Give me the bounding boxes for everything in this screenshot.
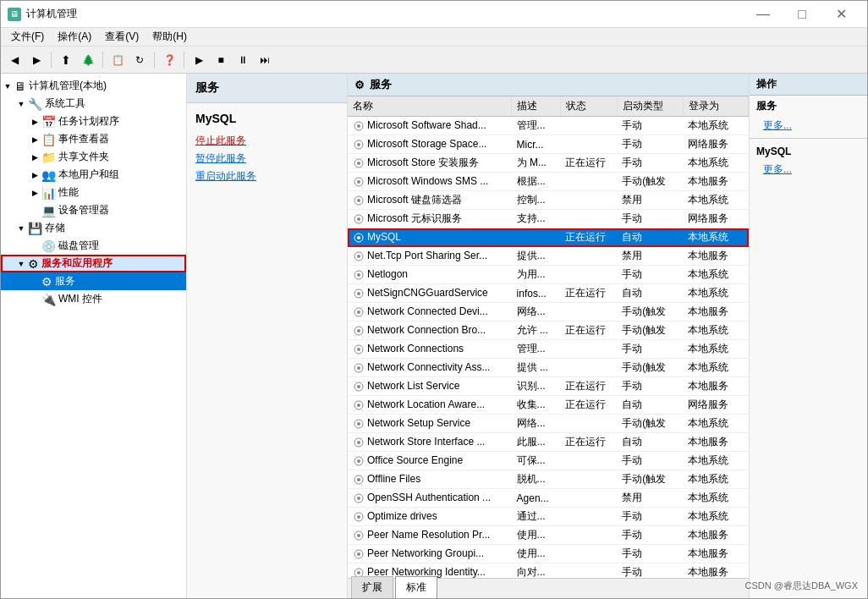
cell-service-name: OpenSSH Authentication ... xyxy=(348,489,512,508)
cell-service-desc: 为 M... xyxy=(512,154,561,173)
stop-service-link[interactable]: 停止此服务 xyxy=(195,134,338,148)
table-row[interactable]: Network Connection Bro...允许 ...正在运行手动(触发… xyxy=(348,321,749,340)
table-row[interactable]: Network Connected Devi...网络...手动(触发本地服务 xyxy=(348,303,749,321)
service-row-icon xyxy=(353,306,365,318)
table-row[interactable]: Microsoft Software Shad...管理...手动本地系统 xyxy=(348,117,749,135)
table-row[interactable]: Microsoft Storage Space...Micr...手动网络服务 xyxy=(348,135,749,154)
menu-help[interactable]: 帮助(H) xyxy=(146,28,194,46)
svg-point-47 xyxy=(357,552,360,556)
table-row[interactable]: Peer Networking Groupi...使用...手动本地服务 xyxy=(348,545,749,563)
table-row[interactable]: Net.Tcp Port Sharing Ser...提供...禁用本地服务 xyxy=(348,247,749,266)
tree-item-localusers[interactable]: ▶ 👥 本地用户和组 xyxy=(1,166,186,184)
watermark: CSDN @睿思达DBA_WGX xyxy=(745,580,858,592)
services-icon: ⚙ xyxy=(41,275,52,289)
table-row[interactable]: Microsoft Store 安装服务为 M...正在运行手动本地系统 xyxy=(348,154,749,173)
svg-point-39 xyxy=(357,478,360,481)
refresh-button[interactable]: ↻ xyxy=(129,50,150,70)
col-startup[interactable]: 启动类型 xyxy=(617,96,683,117)
svg-point-15 xyxy=(357,255,360,258)
show-tree-button[interactable]: 🌲 xyxy=(78,50,98,70)
svg-point-27 xyxy=(357,366,360,370)
tree-item-scheduler[interactable]: ▶ 📅 任务计划程序 xyxy=(1,113,186,130)
forward-button[interactable]: ▶ xyxy=(26,50,47,70)
svg-point-49 xyxy=(357,571,360,574)
table-row[interactable]: Optimize drives通过...手动本地系统 xyxy=(348,508,749,526)
close-button[interactable]: ✕ xyxy=(821,1,860,28)
cell-service-login: 本地系统 xyxy=(683,452,748,470)
table-row[interactable]: NetSignCNGGuardServiceinfos...正在运行自动本地系统 xyxy=(348,284,749,303)
menu-view[interactable]: 查看(V) xyxy=(98,28,146,46)
middle-panel-header: 服务 xyxy=(187,74,347,103)
tab-extend[interactable]: 扩展 xyxy=(351,576,393,598)
tree-label-services-app: 服务和应用程序 xyxy=(41,256,113,271)
table-row[interactable]: OpenSSH Authentication ...Agen...禁用本地系统 xyxy=(348,489,749,508)
tree-item-devmgr[interactable]: 💻 设备管理器 xyxy=(1,201,186,219)
cell-service-name: Network Location Aware... xyxy=(348,396,512,415)
table-row[interactable]: Network Store Interface ...此服...正在运行自动本地… xyxy=(348,433,749,452)
table-row[interactable]: Network List Service识别...正在运行手动本地服务 xyxy=(348,377,749,396)
table-row[interactable]: Microsoft Windows SMS ...根据...手动(触发本地服务 xyxy=(348,173,749,191)
back-button[interactable]: ◀ xyxy=(4,50,25,70)
tree-toggle-localusers: ▶ xyxy=(28,171,41,179)
table-row[interactable]: Peer Name Resolution Pr...使用...手动本地服务 xyxy=(348,526,749,545)
table-row[interactable]: Network Connectivity Ass...提供 ...手动(触发本地… xyxy=(348,359,749,377)
view-button[interactable]: 📋 xyxy=(107,50,128,70)
col-name[interactable]: 名称 xyxy=(348,96,512,117)
play-button[interactable]: ▶ xyxy=(189,50,209,70)
menu-file[interactable]: 文件(F) xyxy=(4,28,51,46)
cell-service-startup: 手动 xyxy=(617,563,683,579)
tree-label-scheduler: 任务计划程序 xyxy=(58,114,119,129)
ops-services-more[interactable]: 更多... xyxy=(750,117,867,135)
cell-service-name: Network Setup Service xyxy=(348,415,512,433)
table-row[interactable]: Network Setup Service网络...手动(触发本地系统 xyxy=(348,415,749,433)
services-area[interactable]: 名称 描述 状态 启动类型 登录为 Microsoft Software Sha… xyxy=(348,96,749,578)
col-status[interactable]: 状态 xyxy=(560,96,617,117)
mysql-service-name: MySQL xyxy=(187,103,347,130)
stop-button[interactable]: ■ xyxy=(211,50,231,70)
pause-service-link[interactable]: 暂停此服务 xyxy=(195,151,338,166)
tree-item-system[interactable]: ▼ 🔧 系统工具 xyxy=(1,95,186,113)
tree-item-services[interactable]: ⚙ 服务 xyxy=(1,272,186,290)
table-row[interactable]: Microsoft 键盘筛选器控制...禁用本地系统 xyxy=(348,191,749,210)
ops-divider-1 xyxy=(750,138,867,139)
toolbar-separator-2 xyxy=(102,52,103,69)
cell-service-status xyxy=(560,173,617,191)
col-desc[interactable]: 描述 xyxy=(512,96,561,117)
tree-item-eventviewer[interactable]: ▶ 📋 事件查看器 xyxy=(1,130,186,148)
tree-item-root[interactable]: ▼ 🖥 计算机管理(本地) xyxy=(1,77,186,95)
tab-standard[interactable]: 标准 xyxy=(395,576,437,598)
maximize-button[interactable]: □ xyxy=(783,1,821,28)
cell-service-name: Microsoft Store 安装服务 xyxy=(348,154,512,173)
cell-service-startup: 手动 xyxy=(617,154,683,173)
tree-item-wmi[interactable]: 🔌 WMI 控件 xyxy=(1,290,186,308)
up-button[interactable]: ⬆ xyxy=(56,50,76,70)
tree-item-diskmgr[interactable]: 💿 磁盘管理 xyxy=(1,237,186,255)
table-row[interactable]: Microsoft 元标识服务支持...手动网络服务 xyxy=(348,210,749,228)
table-row[interactable]: Office Source Engine可保...手动本地系统 xyxy=(348,452,749,470)
table-row[interactable]: Netlogon为用...手动本地系统 xyxy=(348,266,749,284)
restart-button[interactable]: ⏭ xyxy=(255,50,275,70)
scheduler-icon: 📅 xyxy=(41,115,56,129)
table-row[interactable]: Network Location Aware...收集...正在运行自动网络服务 xyxy=(348,396,749,415)
minimize-button[interactable]: — xyxy=(744,1,783,28)
cell-service-status xyxy=(560,452,617,470)
cell-service-name: Microsoft Storage Space... xyxy=(348,135,512,154)
menu-action[interactable]: 操作(A) xyxy=(51,28,98,46)
table-row[interactable]: MySQL正在运行自动本地系统 xyxy=(348,228,749,247)
perf-icon: 📊 xyxy=(41,186,56,200)
tree-item-perf[interactable]: ▶ 📊 性能 xyxy=(1,184,186,201)
svg-point-5 xyxy=(357,162,360,165)
tree-item-services-app[interactable]: ▼ ⚙ 服务和应用程序 xyxy=(1,255,186,272)
ops-mysql-more[interactable]: 更多... xyxy=(750,161,867,179)
table-row[interactable]: Offline Files脱机...手动(触发本地系统 xyxy=(348,470,749,489)
tree-item-storage[interactable]: ▼ 💾 存储 xyxy=(1,219,186,237)
restart-service-link[interactable]: 重启动此服务 xyxy=(195,169,338,184)
pause-button[interactable]: ⏸ xyxy=(233,50,253,70)
cell-service-login: 本地服务 xyxy=(683,526,748,545)
table-row[interactable]: Network Connections管理...手动本地系统 xyxy=(348,340,749,359)
cell-service-startup: 自动 xyxy=(617,433,683,452)
col-login[interactable]: 登录为 xyxy=(683,96,748,117)
help-btn[interactable]: ❓ xyxy=(159,50,179,70)
cell-service-name: Optimize drives xyxy=(348,508,512,526)
tree-item-shared[interactable]: ▶ 📁 共享文件夹 xyxy=(1,148,186,166)
